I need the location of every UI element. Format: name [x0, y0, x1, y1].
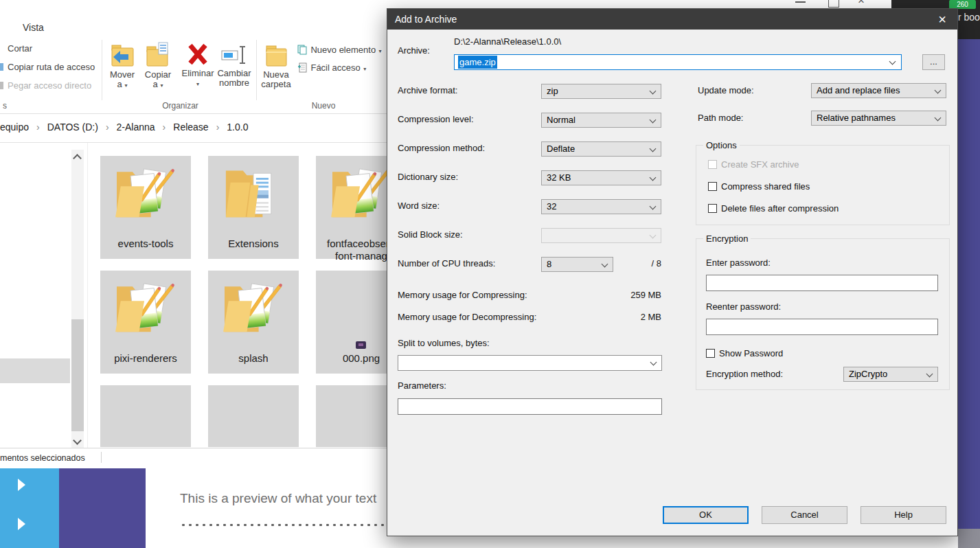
split-volumes-combo[interactable] — [398, 355, 662, 371]
options-group: Options Create SFX archive Compress shar… — [696, 145, 950, 225]
ribbon-cut[interactable]: Cortar — [8, 43, 32, 54]
webpage-purple-panel — [59, 468, 146, 548]
update-mode-select[interactable]: Add and replace files — [811, 83, 946, 98]
file-tile[interactable]: Extensions — [208, 156, 299, 259]
breadcrumb-item[interactable]: Release — [173, 122, 208, 133]
ribbon-copy-path[interactable]: Copiar ruta de acceso — [8, 62, 95, 72]
new-folder-icon — [262, 41, 290, 70]
folder-icon — [113, 277, 179, 335]
checkbox-icon — [708, 160, 717, 169]
chevron-down-icon — [935, 87, 942, 94]
compress-shared-checkbox-row[interactable]: Compress shared files — [708, 181, 810, 192]
new-group-label: Nuevo — [264, 101, 383, 111]
breadcrumb-item[interactable]: equipo — [0, 122, 29, 133]
move-to-button[interactable]: Mover a ▾ — [104, 41, 140, 91]
word-size-select[interactable]: 32 — [541, 199, 661, 214]
help-button[interactable]: Help — [861, 506, 946, 524]
nav-pane-selected-item[interactable] — [0, 358, 70, 383]
folder-icon — [220, 163, 286, 220]
archive-label: Archive: — [398, 45, 430, 56]
ok-button[interactable]: OK — [663, 506, 749, 524]
scroll-down-icon[interactable] — [73, 436, 82, 445]
chevron-down-icon[interactable] — [889, 58, 896, 65]
folder-icon — [328, 163, 394, 220]
close-icon[interactable]: × — [854, 0, 868, 7]
copy-to-button[interactable]: Copiar a ▾ — [140, 41, 176, 91]
play-arrow-icon[interactable] — [18, 479, 25, 491]
encryption-group-title: Encryption — [703, 233, 751, 244]
new-folder-button[interactable]: Nueva carpeta — [258, 41, 294, 89]
chevron-down-icon: ▾ — [379, 48, 382, 54]
chevron-down-icon — [650, 232, 657, 239]
delete-icon — [185, 41, 211, 69]
ribbon-separator — [102, 40, 102, 100]
compression-method-select[interactable]: Deflate — [541, 141, 661, 157]
chevron-down-icon — [935, 115, 942, 122]
dictionary-size-select[interactable]: 32 KB — [541, 170, 661, 185]
move-to-icon — [109, 41, 136, 70]
compression-level-select[interactable]: Normal — [541, 113, 661, 128]
memory-compressing-value: 259 MB — [580, 290, 661, 300]
breadcrumb-item[interactable]: 1.0.0 — [227, 122, 248, 133]
memory-decompressing-value: 2 MB — [580, 312, 661, 322]
scrollbar-thumb[interactable] — [71, 319, 84, 431]
dialog-title-bar[interactable]: Add to Archive × — [387, 9, 957, 30]
reenter-password-input[interactable] — [706, 319, 938, 335]
solid-block-size-label: Solid Block size: — [398, 229, 463, 240]
solid-block-size-select — [541, 228, 661, 243]
checkbox-icon[interactable] — [708, 204, 717, 213]
checkbox-icon[interactable] — [708, 182, 717, 191]
chevron-down-icon — [650, 88, 657, 95]
cancel-button[interactable]: Cancel — [762, 506, 847, 524]
easy-access-icon — [297, 62, 308, 73]
enter-password-input[interactable] — [706, 275, 938, 291]
add-to-archive-dialog: Add to Archive × Archive: D:\2-Alanna\Re… — [387, 8, 958, 536]
rename-icon — [220, 41, 248, 69]
rename-button[interactable]: Cambiar nombre — [213, 41, 255, 88]
pane-divider — [87, 143, 88, 448]
ribbon-separator — [256, 40, 257, 100]
file-tile[interactable]: pixi-renderers — [100, 271, 191, 374]
path-mode-select[interactable]: Relative pathnames — [811, 111, 946, 126]
scrollbar[interactable] — [71, 150, 84, 448]
browse-button[interactable]: ... — [922, 54, 945, 70]
new-item-icon — [297, 45, 308, 55]
chevron-down-icon: ▾ — [196, 81, 199, 87]
chevron-down-icon: ▾ — [363, 66, 366, 72]
chevron-down-icon: ▾ — [160, 82, 163, 89]
archive-name-combo[interactable]: game.zip — [454, 54, 902, 70]
memory-compressing-label: Memory usage for Compressing: — [398, 290, 527, 301]
ribbon-paste-shortcut: Pegar acceso directo — [8, 80, 91, 91]
file-tile[interactable] — [208, 385, 299, 447]
breadcrumb-item[interactable]: 2-Alanna — [117, 122, 155, 133]
delete-after-checkbox-row[interactable]: Delete files after compression — [708, 203, 839, 214]
archive-path: D:\2-Alanna\Release\1.0.0\ — [454, 36, 561, 47]
file-tile[interactable]: events-tools — [100, 156, 191, 259]
status-separator — [101, 452, 102, 463]
scroll-up-icon[interactable] — [73, 154, 82, 163]
chevron-down-icon — [650, 359, 657, 366]
easy-access-button[interactable]: Fácil acceso ▾ — [297, 61, 366, 73]
file-tile[interactable]: splash — [208, 271, 299, 374]
archive-name-value[interactable]: game.zip — [458, 56, 497, 69]
breadcrumb-item[interactable]: DATOS (D:) — [47, 122, 98, 133]
parameters-input[interactable] — [398, 398, 662, 415]
encryption-method-label: Encryption method: — [706, 369, 783, 380]
show-password-checkbox-row[interactable]: Show Password — [706, 348, 783, 358]
maximize-icon[interactable] — [828, 0, 839, 8]
chevron-down-icon — [650, 146, 657, 152]
play-arrow-icon[interactable] — [18, 518, 25, 530]
file-tile[interactable] — [100, 385, 191, 447]
webpage-preview-text: This is a preview of what your text — [180, 491, 376, 506]
tab-vista[interactable]: Vista — [23, 22, 44, 33]
encryption-method-select[interactable]: ZipCrypto — [843, 367, 938, 382]
minimize-icon[interactable] — [795, 1, 806, 3]
delete-button[interactable]: Eliminar ▾ — [177, 41, 218, 89]
close-icon[interactable]: × — [933, 10, 952, 28]
new-item-button[interactable]: Nuevo elemento ▾ — [297, 43, 382, 56]
checkbox-icon[interactable] — [706, 349, 715, 358]
dictionary-size-label: Dictionary size: — [398, 172, 458, 183]
status-text: mentos seleccionados — [0, 453, 85, 463]
archive-format-select[interactable]: zip — [541, 84, 661, 99]
browser-partial-text: r boo — [958, 12, 980, 23]
